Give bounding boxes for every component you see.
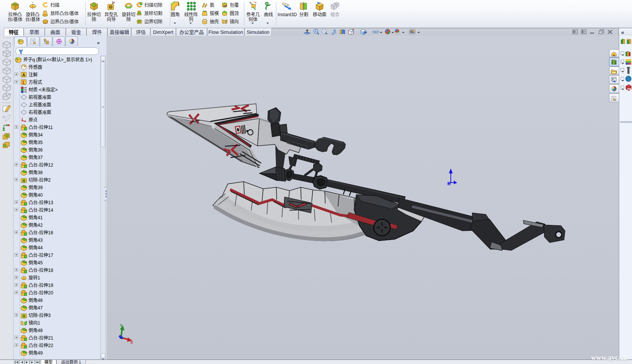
svg-text:Y: Y	[120, 323, 123, 328]
svg-text:Z: Z	[120, 336, 122, 340]
svg-text:SW: SW	[627, 87, 631, 91]
svg-text:cd: cd	[223, 4, 226, 8]
svg-text:X: X	[130, 340, 133, 345]
